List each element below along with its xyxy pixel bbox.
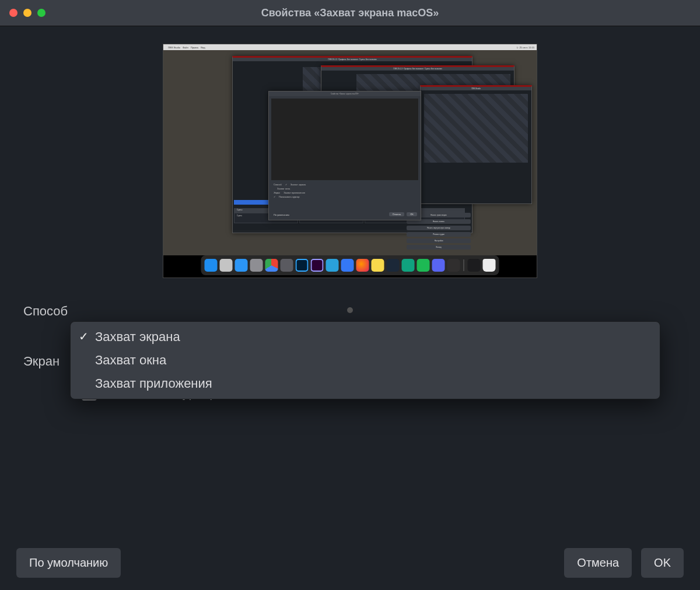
dock-app-mail [341, 259, 354, 272]
dock-app-spotify [417, 259, 430, 272]
dock-app-steam [387, 259, 400, 272]
preview-control-btn: Режим студии [407, 232, 471, 237]
preview-obs-window: OBS Studio [420, 85, 532, 204]
preview-desktop: OBS 29.1.3 · Профиль: Без названия · Сце… [163, 50, 537, 255]
preview-inner-opt: Захват приложения [284, 191, 305, 194]
preview-inner-cursor: Показывать курсор [279, 195, 300, 198]
preview-mac-menubar: OBS Studio Файл Правка Вид L· 25 сент. 1… [163, 44, 537, 50]
preview-inner-label: Экран [274, 191, 280, 194]
defaults-button[interactable]: По умолчанию [16, 548, 121, 578]
preview-menubar-item: Правка [191, 46, 199, 49]
preview-menubar-clock: L· 25 сент. 11:15 [517, 46, 534, 49]
preview-container: OBS Studio Файл Правка Вид L· 25 сент. 1… [0, 26, 700, 284]
preview-control-btn: Начать виртуальную камеру [407, 226, 471, 230]
maximize-window-button[interactable] [37, 9, 46, 17]
dock-app-finder [205, 259, 218, 272]
dock-app-launchpad [220, 259, 233, 272]
dock-app-safari [235, 259, 248, 272]
dock-app-telegram [326, 259, 339, 272]
content-root: OBS Studio Файл Правка Вид L· 25 сент. 1… [0, 26, 700, 590]
method-option[interactable]: Захват приложения [71, 372, 660, 395]
minimize-window-button[interactable] [23, 9, 32, 17]
preview-control-btn: Выход [407, 245, 471, 250]
preview-inner-cancel: Отмена [389, 212, 404, 216]
method-option[interactable]: Захват окна [71, 349, 660, 372]
dock-app-firefox [356, 259, 369, 272]
dock-app-premiere [311, 259, 324, 272]
preview-inner-label: Способ [274, 183, 282, 186]
preview-inner-opt: Захват окна [277, 187, 290, 190]
titlebar: Свойства «Захват экрана macOS» [0, 0, 700, 26]
window-title: Свойства «Захват экрана macOS» [261, 7, 439, 19]
dock-app-chrome [265, 259, 278, 272]
dock-app-appx [281, 259, 293, 272]
cancel-button[interactable]: Отмена [564, 548, 632, 578]
traffic-lights [9, 9, 46, 17]
method-dropdown: Захват экранаЗахват окнаЗахват приложени… [70, 321, 660, 399]
preview-inner-title: Свойства «Захват экрана macOS» [269, 92, 421, 96]
dock-app-obs [447, 259, 460, 272]
preview-inner-opt: Захват экрана [290, 183, 306, 186]
method-label: Способ [23, 304, 82, 319]
dock-app-photoshop [296, 259, 309, 272]
dock-app-chatgpt [402, 259, 415, 272]
preview-control-btn: Настройки [407, 238, 471, 243]
dock-app-settings [250, 259, 263, 272]
close-window-button[interactable] [9, 9, 18, 17]
method-option[interactable]: Захват экрана [71, 325, 660, 349]
method-row: Способ [23, 299, 677, 324]
dialog-footer: По умолчанию Отмена OK [0, 535, 700, 590]
preview-menubar-item: Файл [183, 46, 188, 49]
dock-app-notes [372, 259, 384, 272]
dock-app-discord [432, 259, 445, 272]
preview-dock [201, 255, 499, 275]
preview-menubar-item: Вид [201, 46, 205, 49]
dock-app-trash [483, 259, 496, 272]
capture-preview: OBS Studio Файл Правка Вид L· 25 сент. 1… [163, 44, 537, 278]
ok-button[interactable]: OK [641, 548, 684, 578]
preview-inner-dialog: Свойства «Захват экрана macOS» Способ✓ З… [268, 91, 421, 220]
preview-inner-ok: OK [407, 212, 417, 216]
dock-app-terminal [468, 259, 481, 272]
preview-inner-defaults: По умолчанию [274, 213, 289, 216]
preview-menubar-app: OBS Studio [168, 46, 180, 49]
